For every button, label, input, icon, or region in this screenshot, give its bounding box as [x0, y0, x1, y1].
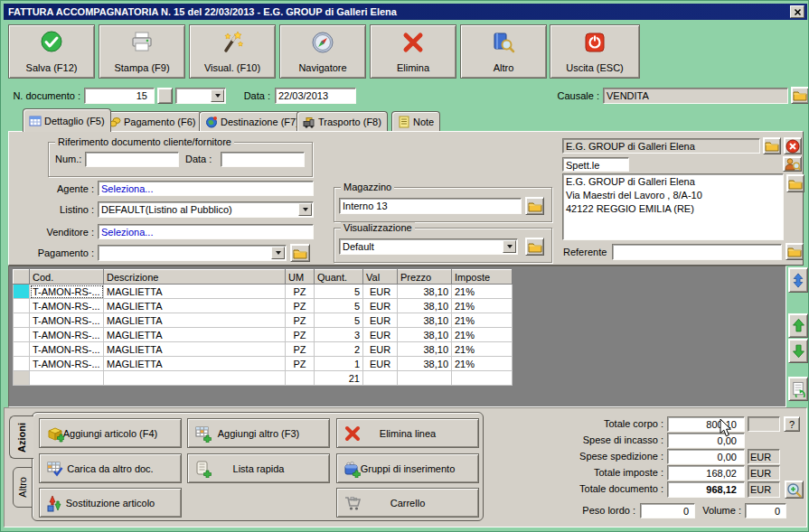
- column-header[interactable]: Quant.: [315, 270, 363, 285]
- address-lookup-button[interactable]: [786, 174, 804, 192]
- aggiungi-altro-button[interactable]: Aggiungi altro (F3): [187, 418, 330, 448]
- chevron-down-icon[interactable]: [271, 247, 285, 259]
- listino-combo[interactable]: DEFAULT(Listino al Pubblico): [98, 201, 314, 218]
- gruppi-di-inserimento-button[interactable]: Gruppi di inserimento: [336, 453, 479, 483]
- cliente-remove-button[interactable]: [784, 137, 802, 154]
- cell-um[interactable]: PZ: [286, 357, 315, 371]
- venditore-field[interactable]: Seleziona...: [98, 224, 314, 239]
- row-selector[interactable]: [14, 328, 30, 342]
- totale-documento-field[interactable]: 968,12: [667, 481, 745, 498]
- chevron-down-icon[interactable]: [211, 89, 224, 102]
- cell-descrizione[interactable]: MAGLIETTA: [104, 328, 286, 342]
- elimina-button[interactable]: Elimina: [370, 24, 456, 79]
- cell-prezzo[interactable]: 38,10: [398, 285, 452, 299]
- cell-um[interactable]: PZ: [286, 285, 315, 299]
- cell-um[interactable]: PZ: [286, 313, 315, 328]
- cell-quant[interactable]: 1: [315, 357, 363, 371]
- tab-note[interactable]: Note: [391, 111, 440, 131]
- row-selector[interactable]: [14, 313, 30, 328]
- row-selector[interactable]: [14, 285, 30, 299]
- aggiungi-articolo-button[interactable]: Aggiungi articolo (F4): [39, 418, 182, 448]
- cliente-address-box[interactable]: E.G. GROUP di Galleri Elena Via Maestri …: [562, 173, 784, 240]
- column-header[interactable]: Descrizione: [104, 270, 286, 285]
- cliente-name-field[interactable]: E.G. GROUP di Galleri Elena: [562, 138, 760, 154]
- pagamento-lookup-button[interactable]: [290, 244, 310, 262]
- row-selector[interactable]: [14, 342, 30, 357]
- cell-descrizione[interactable]: MAGLIETTA: [104, 313, 286, 328]
- cell-prezzo[interactable]: 38,10: [398, 357, 452, 371]
- referente-lookup-button[interactable]: [785, 243, 804, 260]
- table-row[interactable]: T-AMON-RS-... MAGLIETTA PZ 5 EUR 38,10 2…: [14, 299, 513, 313]
- cell-quant[interactable]: 5: [315, 285, 363, 299]
- agente-field[interactable]: Seleziona...: [98, 181, 314, 196]
- chevron-down-icon[interactable]: [298, 203, 312, 216]
- cell-val[interactable]: EUR: [363, 285, 398, 299]
- cell-val[interactable]: EUR: [363, 342, 398, 357]
- cell-descrizione[interactable]: MAGLIETTA: [104, 342, 286, 357]
- cell-prezzo[interactable]: 38,10: [398, 342, 452, 357]
- cell-cod[interactable]: T-AMON-RS-...: [30, 299, 104, 313]
- magazzino-lookup-button[interactable]: [525, 197, 544, 215]
- totale-zoom-button[interactable]: [785, 481, 804, 499]
- cell-cod[interactable]: T-AMON-RS-...: [30, 357, 104, 371]
- sostituzione-articolo-button[interactable]: Sostituzione articolo: [39, 488, 182, 518]
- cell-um[interactable]: PZ: [286, 299, 315, 313]
- uscita-button[interactable]: Uscita (ESC): [550, 24, 640, 79]
- tab-dettaglio[interactable]: Dettaglio (F5): [23, 108, 111, 132]
- totale-imposte-field[interactable]: 168,02: [667, 465, 745, 481]
- tab-pagamento[interactable]: Pagamento (F6): [102, 111, 202, 131]
- table-row[interactable]: T-AMON-RS-... MAGLIETTA PZ 1 EUR 38,10 2…: [14, 357, 513, 371]
- cell-imposte[interactable]: 21%: [452, 357, 513, 371]
- n-documento-field[interactable]: 15: [84, 88, 155, 104]
- cell-cod[interactable]: T-AMON-RS-...: [30, 313, 104, 328]
- visualizzazione-combo[interactable]: Default: [339, 238, 518, 255]
- peso-lordo-field[interactable]: 0: [640, 503, 695, 518]
- n-documento-spin-button[interactable]: [157, 88, 173, 104]
- column-header[interactable]: Imposte: [452, 270, 513, 285]
- cell-quant[interactable]: 5: [315, 299, 363, 313]
- move-row-up-button[interactable]: [788, 313, 808, 338]
- num-field[interactable]: [85, 152, 179, 167]
- salva-button[interactable]: Salva (F12): [8, 24, 95, 79]
- tab-altro[interactable]: Altro: [13, 467, 33, 508]
- cell-val[interactable]: EUR: [363, 299, 398, 313]
- carica-da-altro-doc-button[interactable]: Carica da altro doc.: [39, 453, 182, 483]
- totale-corpo-field[interactable]: 800,10: [667, 416, 745, 432]
- volume-field[interactable]: 0: [745, 503, 786, 518]
- causale-lookup-button[interactable]: [791, 87, 809, 104]
- pagamento-combo[interactable]: [98, 245, 287, 261]
- cell-cod[interactable]: T-AMON-RS-...: [30, 328, 104, 342]
- tab-azioni[interactable]: Azioni: [9, 415, 33, 459]
- spese-incasso-field[interactable]: 0,00: [667, 433, 745, 448]
- table-row[interactable]: T-AMON-RS-... MAGLIETTA PZ 5 EUR 38,10 2…: [14, 313, 513, 328]
- row-selector[interactable]: [14, 299, 30, 313]
- move-row-button[interactable]: [788, 267, 808, 293]
- cell-cod[interactable]: T-AMON-RS-...: [30, 342, 104, 357]
- cell-imposte[interactable]: 21%: [452, 313, 513, 328]
- cell-imposte[interactable]: 21%: [452, 299, 513, 313]
- rif-data-field[interactable]: [221, 152, 305, 167]
- visualizza-button[interactable]: Visual. (F10): [189, 24, 276, 79]
- row-selector[interactable]: [14, 357, 30, 371]
- documento-tipo-combo[interactable]: [175, 88, 226, 104]
- magazzino-field[interactable]: Interno 13: [339, 198, 522, 214]
- tab-destinazione[interactable]: Destinazione (F7): [199, 111, 306, 131]
- column-header[interactable]: Prezzo: [398, 270, 452, 285]
- contact-search-button[interactable]: [783, 156, 802, 172]
- cell-imposte[interactable]: 21%: [452, 285, 513, 299]
- saluto-field[interactable]: Spett.le: [562, 157, 629, 172]
- column-header[interactable]: UM: [286, 270, 315, 285]
- lista-rapida-button[interactable]: Lista rapida: [187, 453, 330, 483]
- table-row[interactable]: T-AMON-RS-... MAGLIETTA PZ 3 EUR 38,10 2…: [14, 328, 513, 342]
- cell-imposte[interactable]: 21%: [452, 342, 513, 357]
- cell-prezzo[interactable]: 38,10: [398, 328, 452, 342]
- cell-val[interactable]: EUR: [363, 357, 398, 371]
- refresh-lines-button[interactable]: [788, 377, 808, 401]
- table-row[interactable]: T-AMON-RS-... MAGLIETTA PZ 2 EUR 38,10 2…: [14, 342, 513, 357]
- elimina-linea-button[interactable]: Elimina linea: [336, 418, 479, 448]
- chevron-down-icon[interactable]: [503, 240, 516, 253]
- cell-descrizione[interactable]: MAGLIETTA: [104, 285, 286, 299]
- help-button[interactable]: ?: [784, 416, 800, 432]
- altro-button[interactable]: Altro: [460, 24, 547, 79]
- cell-prezzo[interactable]: 38,10: [398, 313, 452, 328]
